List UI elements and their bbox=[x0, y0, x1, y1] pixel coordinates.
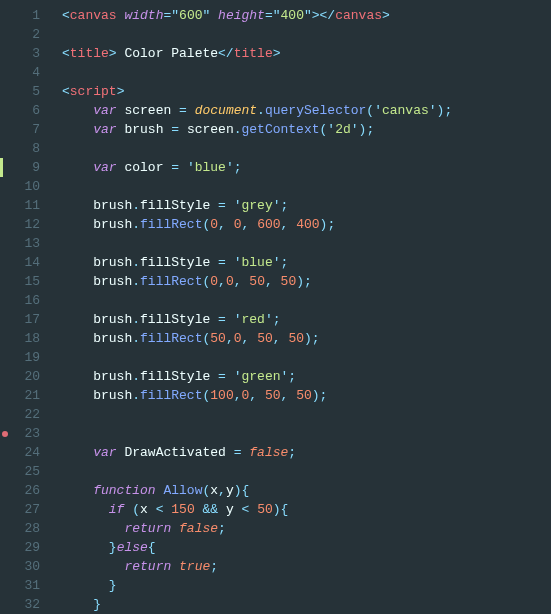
line-number[interactable]: 10 bbox=[0, 177, 40, 196]
line-number[interactable]: 4 bbox=[0, 63, 40, 82]
code-line[interactable]: var DrawActivated = false; bbox=[62, 443, 551, 462]
line-number[interactable]: 26 bbox=[0, 481, 40, 500]
line-number[interactable]: 13 bbox=[0, 234, 40, 253]
line-number[interactable]: 18 bbox=[0, 329, 40, 348]
code-line[interactable] bbox=[62, 291, 551, 310]
code-line[interactable]: return false; bbox=[62, 519, 551, 538]
line-number[interactable]: 14 bbox=[0, 253, 40, 272]
line-gutter[interactable]: 1234567891011121314151617181920212223242… bbox=[0, 0, 48, 614]
line-number[interactable]: 29 bbox=[0, 538, 40, 557]
code-line[interactable] bbox=[62, 424, 551, 443]
line-number[interactable]: 1 bbox=[0, 6, 40, 25]
code-line[interactable] bbox=[62, 462, 551, 481]
code-line[interactable]: }else{ bbox=[62, 538, 551, 557]
line-number[interactable]: 19 bbox=[0, 348, 40, 367]
code-line[interactable] bbox=[62, 25, 551, 44]
line-number[interactable]: 32 bbox=[0, 595, 40, 614]
line-number[interactable]: 21 bbox=[0, 386, 40, 405]
code-line[interactable]: var brush = screen.getContext('2d'); bbox=[62, 120, 551, 139]
code-line[interactable]: brush.fillRect(0,0, 50, 50); bbox=[62, 272, 551, 291]
line-number[interactable]: 16 bbox=[0, 291, 40, 310]
gutter-lint-dot[interactable] bbox=[2, 431, 8, 437]
line-number[interactable]: 6 bbox=[0, 101, 40, 120]
code-line[interactable]: return true; bbox=[62, 557, 551, 576]
code-line[interactable]: brush.fillStyle = 'red'; bbox=[62, 310, 551, 329]
code-line[interactable]: var screen = document.querySelector('can… bbox=[62, 101, 551, 120]
line-number[interactable]: 25 bbox=[0, 462, 40, 481]
code-line[interactable]: if (x < 150 && y < 50){ bbox=[62, 500, 551, 519]
code-line[interactable]: brush.fillStyle = 'green'; bbox=[62, 367, 551, 386]
code-line[interactable]: } bbox=[62, 595, 551, 614]
code-editor[interactable]: 1234567891011121314151617181920212223242… bbox=[0, 0, 551, 614]
line-number[interactable]: 3 bbox=[0, 44, 40, 63]
line-number[interactable]: 11 bbox=[0, 196, 40, 215]
line-number[interactable]: 15 bbox=[0, 272, 40, 291]
line-number[interactable]: 9 bbox=[0, 158, 40, 177]
line-number[interactable]: 2 bbox=[0, 25, 40, 44]
line-number[interactable]: 20 bbox=[0, 367, 40, 386]
line-number[interactable]: 17 bbox=[0, 310, 40, 329]
code-line[interactable]: <canvas width="600" height="400"></canva… bbox=[62, 6, 551, 25]
line-number[interactable]: 8 bbox=[0, 139, 40, 158]
code-line[interactable] bbox=[62, 177, 551, 196]
code-line[interactable]: var color = 'blue'; bbox=[62, 158, 551, 177]
line-number[interactable]: 27 bbox=[0, 500, 40, 519]
gutter-modified-bar bbox=[0, 158, 3, 177]
code-line[interactable] bbox=[62, 348, 551, 367]
line-number[interactable]: 30 bbox=[0, 557, 40, 576]
line-number[interactable]: 28 bbox=[0, 519, 40, 538]
code-line[interactable] bbox=[62, 63, 551, 82]
code-line[interactable]: <title> Color Palete</title> bbox=[62, 44, 551, 63]
code-line[interactable]: brush.fillRect(50,0, 50, 50); bbox=[62, 329, 551, 348]
line-number[interactable]: 24 bbox=[0, 443, 40, 462]
code-line[interactable]: function Allow(x,y){ bbox=[62, 481, 551, 500]
code-line[interactable] bbox=[62, 139, 551, 158]
code-line[interactable]: brush.fillStyle = 'grey'; bbox=[62, 196, 551, 215]
line-number[interactable]: 5 bbox=[0, 82, 40, 101]
line-number[interactable]: 22 bbox=[0, 405, 40, 424]
line-number[interactable]: 12 bbox=[0, 215, 40, 234]
code-line[interactable] bbox=[62, 234, 551, 253]
line-number[interactable]: 7 bbox=[0, 120, 40, 139]
code-line[interactable]: brush.fillRect(0, 0, 600, 400); bbox=[62, 215, 551, 234]
line-number[interactable]: 31 bbox=[0, 576, 40, 595]
code-area[interactable]: <canvas width="600" height="400"></canva… bbox=[48, 0, 551, 614]
code-line[interactable]: <script> bbox=[62, 82, 551, 101]
code-line[interactable]: } bbox=[62, 576, 551, 595]
code-line[interactable]: brush.fillRect(100,0, 50, 50); bbox=[62, 386, 551, 405]
code-line[interactable] bbox=[62, 405, 551, 424]
code-line[interactable]: brush.fillStyle = 'blue'; bbox=[62, 253, 551, 272]
